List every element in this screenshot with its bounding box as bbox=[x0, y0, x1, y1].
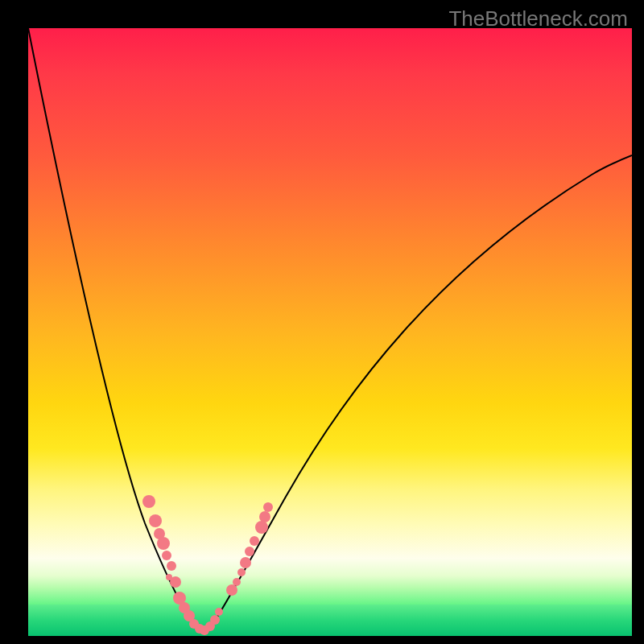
data-marker bbox=[210, 615, 220, 625]
data-marker bbox=[157, 537, 170, 550]
marker-layer bbox=[28, 28, 632, 636]
data-marker bbox=[162, 551, 171, 560]
data-marker bbox=[240, 557, 251, 568]
data-marker bbox=[245, 547, 254, 556]
data-marker bbox=[226, 584, 237, 596]
data-marker bbox=[233, 578, 241, 586]
data-marker bbox=[259, 511, 270, 522]
plot-area bbox=[28, 28, 632, 636]
data-marker bbox=[142, 495, 155, 508]
data-marker bbox=[263, 502, 273, 512]
data-marker bbox=[149, 514, 162, 527]
watermark-text: TheBottleneck.com bbox=[448, 6, 628, 31]
data-marker bbox=[255, 521, 268, 534]
data-marker bbox=[215, 608, 223, 616]
data-marker bbox=[170, 576, 181, 588]
data-marker bbox=[167, 561, 176, 571]
data-marker bbox=[250, 536, 259, 546]
chart-frame: TheBottleneck.com bbox=[0, 0, 644, 644]
data-marker bbox=[237, 568, 246, 576]
